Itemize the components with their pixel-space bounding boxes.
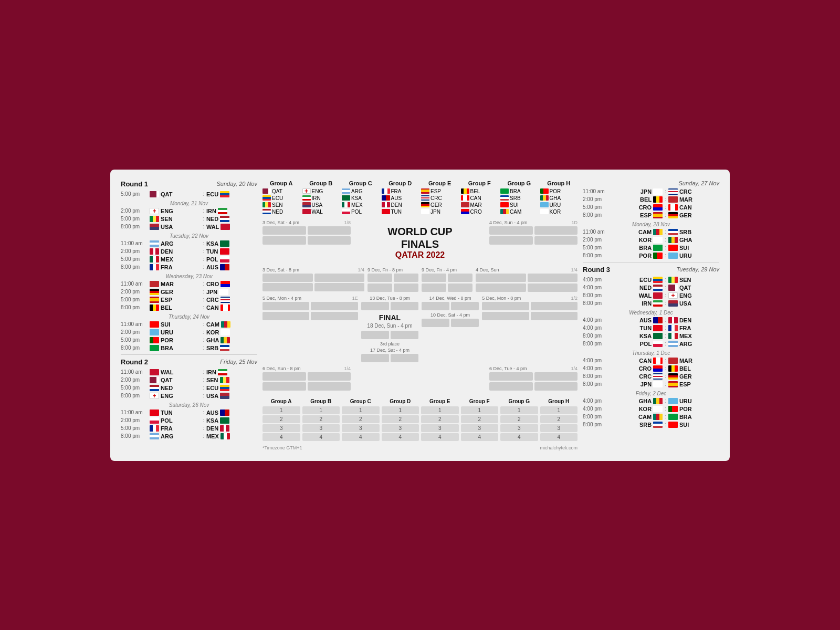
away-name: URU [679,398,692,404]
away-name: POR [679,406,692,412]
day-separator: Saturday, 26 Nov [121,402,257,408]
groups-top: Group AQATECUSENNEDGroup BENGIRNUSAWALGr… [262,180,578,216]
home-name: SUI [161,321,170,328]
group-team: GHA [540,195,578,201]
bg-group-cell: 3 [500,424,538,432]
group-team-name: POR [550,188,561,194]
away-name: MAR [679,196,692,203]
home-name: BRA [639,245,652,251]
away-name: AUS [206,264,218,270]
match-time: 5:00 pm [121,297,150,302]
match-time: 5:00 pm [121,216,150,222]
group-team-name: NED [272,209,283,215]
away-team: SEN [206,377,257,383]
match-time: 4:00 pm [583,398,612,404]
match-row: 8:00 pmIRN:USA [583,300,719,307]
vs-separator: : [665,398,666,404]
home-name: FRA [161,264,173,270]
away-team: MAR [668,358,719,364]
away-name: SRB [679,229,691,235]
home-name: ECU [639,277,652,283]
away-name: FRA [679,325,691,331]
vs-separator: : [665,212,666,218]
group-team-name: ESP [430,188,441,194]
away-name: AUS [206,410,218,416]
away-name: NED [206,216,218,222]
bg-group-cell: 1 [421,406,459,414]
home-team: USA [150,224,201,230]
away-name: JPN [206,289,217,295]
match-row: 2:00 pmGER:JPN [121,289,257,295]
match-time: 11:00 am [121,369,150,375]
home-team: NED [150,385,201,391]
match-row: 11:00 amSUI:CAM [121,321,257,328]
round2-label: Round 2 [121,358,148,366]
round1-date: Sunday, 20 Nov [217,181,257,187]
match-row: 8:00 pmWAL:ENG [583,292,719,299]
home-name: NED [639,285,652,291]
vs-separator: : [203,321,204,327]
away-name: CRC [679,188,692,195]
match-time: 8:00 pm [583,341,612,346]
away-name: USA [679,300,691,307]
group-team-name: DEN [391,202,402,208]
group-team: KSA [342,195,380,201]
home-name: QAT [161,191,172,197]
away-team: URU [668,253,719,259]
group-team: MAR [461,202,499,208]
match-time: 4:00 pm [583,285,612,290]
match-time: 5:00 pm [121,337,150,343]
match-row: 8:00 pmJPN:ESP [583,381,719,387]
bg-group-cell: 3 [382,424,419,432]
match-time: 5:00 pm [121,425,150,431]
group-team-name: WAL [312,209,323,215]
match-row: 5:00 pmESP:CRC [121,297,257,303]
match-time: 11:00 am [121,281,150,287]
home-name: GER [161,289,173,295]
group-team: SEN [262,202,300,208]
group-team-name: USA [312,202,323,208]
bg-group-cell: 4 [382,433,419,441]
group-team-name: IRN [312,195,321,201]
away-team: GER [668,373,719,380]
group-team: IRN [302,195,340,201]
away-name: KSA [206,240,218,247]
match-time: 5:00 pm [121,191,150,197]
match-row: 11:00 amJPN:CRC [583,188,719,195]
away-team: KSA [206,417,257,424]
bg-group-cell: 1 [302,406,340,414]
home-team: KOR [612,406,663,412]
match-row: 8:00 pmENG:USA [121,393,257,399]
bg-group-cell: 1 [500,406,538,414]
home-name: POL [161,417,173,424]
round1-header: Round 1 Sunday, 20 Nov [121,180,257,188]
match-row: 8:00 pmFRA:AUS [121,264,257,270]
third-place-label: 3rd place [361,341,418,346]
vs-separator: : [203,304,204,310]
away-name: GER [679,212,692,218]
day-separator: Thursday, 24 Nov [121,314,257,320]
away-name: GER [679,373,692,380]
group-team-name: GHA [550,195,561,201]
home-team: ARG [150,433,201,439]
group-team: DEN [382,202,419,208]
home-team: POR [612,253,663,259]
match-time: 2:00 pm [121,377,150,383]
match-time: 2:00 pm [121,208,150,214]
away-name: DEN [679,317,691,323]
home-name: CRO [639,365,652,372]
away-team: BEL [668,365,719,372]
group-team-name: JPN [430,209,440,215]
match-time: 8:00 pm [121,345,150,351]
day-separator: Wednesday, 23 Nov [121,274,257,279]
vs-separator: : [203,256,204,262]
home-team: TUN [612,325,663,331]
away-team: SUI [668,245,719,251]
round3-header: Round 3 Tuesday, 29 Nov [583,266,719,274]
away-name: CAN [206,304,219,311]
away-team: ECU [206,385,257,391]
bg-group-cell: 3 [342,424,380,432]
home-team: POL [150,417,201,424]
home-team: POL [612,341,663,347]
round2-date: Friday, 25 Nov [220,359,257,365]
